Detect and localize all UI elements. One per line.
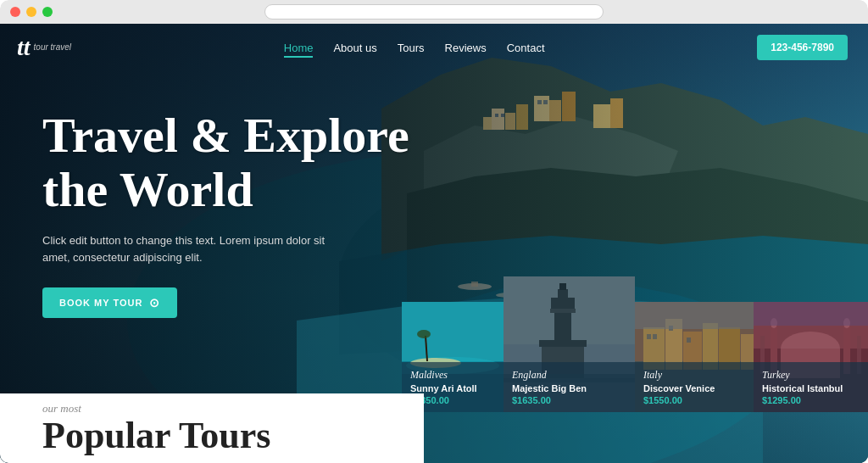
turkey-card-overlay: Turkey Historical Istanbul $1295.00 [754, 362, 868, 412]
hero-subtitle: Click edit button to change this text. L… [42, 232, 348, 268]
nav-reviews-link[interactable]: Reviews [445, 42, 487, 54]
hero-section: tt tour travel Home About us Tours Revie… [0, 24, 868, 463]
phone-button[interactable]: 123-456-7890 [757, 35, 848, 60]
tour-cards: Maldives Sunny Ari Atoll $2350.00 [402, 276, 868, 412]
turkey-title: Historical Istanbul [762, 383, 860, 393]
popular-label: our most [42, 402, 381, 416]
tour-card-england[interactable]: England Majestic Big Ben $1635.00 [504, 276, 635, 412]
italy-price: $1550.00 [643, 395, 745, 405]
italy-country: Italy [643, 369, 745, 382]
england-title: Majestic Big Ben [512, 383, 626, 393]
window-chrome [0, 0, 868, 24]
nav-about[interactable]: About us [333, 40, 376, 55]
hero-title-line1: Travel & Explore [42, 108, 409, 163]
turkey-country: Turkey [762, 369, 860, 382]
popular-section: our most Popular Tours [0, 393, 424, 463]
hero-title-line2: the World [42, 162, 253, 217]
nav-home[interactable]: Home [284, 40, 314, 55]
minimize-button[interactable] [26, 7, 36, 17]
italy-card-overlay: Italy Discover Venice $1550.00 [635, 362, 754, 412]
arrow-icon: ⊙ [149, 296, 160, 310]
maldives-title: Sunny Ari Atoll [410, 383, 495, 393]
navbar: tt tour travel Home About us Tours Revie… [0, 24, 868, 70]
nav-tours-link[interactable]: Tours [398, 42, 425, 54]
england-card-overlay: England Majestic Big Ben $1635.00 [504, 362, 635, 412]
turkey-price: $1295.00 [762, 395, 860, 405]
book-tour-label: BOOK MY TOUR [59, 298, 142, 308]
tour-card-turkey[interactable]: Turkey Historical Istanbul $1295.00 [754, 302, 868, 412]
popular-title: Popular Tours [42, 417, 381, 455]
site-content: tt tour travel Home About us Tours Revie… [0, 24, 868, 463]
nav-reviews[interactable]: Reviews [445, 40, 487, 55]
nav-contact[interactable]: Contact [507, 40, 545, 55]
england-country: England [512, 369, 626, 382]
nav-links: Home About us Tours Reviews Contact [284, 40, 545, 55]
maldives-country: Maldives [410, 369, 495, 382]
logo-tt: tt [17, 36, 31, 59]
hero-content: Travel & Explore the World Click edit bu… [42, 109, 409, 318]
nav-about-link[interactable]: About us [333, 42, 376, 54]
svg-point-32 [417, 330, 431, 338]
nav-home-link[interactable]: Home [284, 42, 314, 58]
book-tour-button[interactable]: BOOK MY TOUR ⊙ [42, 287, 177, 318]
logo[interactable]: tt tour travel [17, 36, 71, 59]
italy-title: Discover Venice [643, 383, 745, 393]
logo-tagline: tour travel [34, 42, 71, 53]
url-bar[interactable] [264, 4, 604, 20]
nav-contact-link[interactable]: Contact [507, 42, 545, 54]
maximize-button[interactable] [42, 7, 53, 17]
nav-tours[interactable]: Tours [398, 40, 425, 55]
england-price: $1635.00 [512, 395, 626, 405]
tour-card-italy[interactable]: Italy Discover Venice $1550.00 [635, 302, 754, 412]
close-button[interactable] [10, 7, 20, 17]
hero-title: Travel & Explore the World [42, 109, 409, 217]
